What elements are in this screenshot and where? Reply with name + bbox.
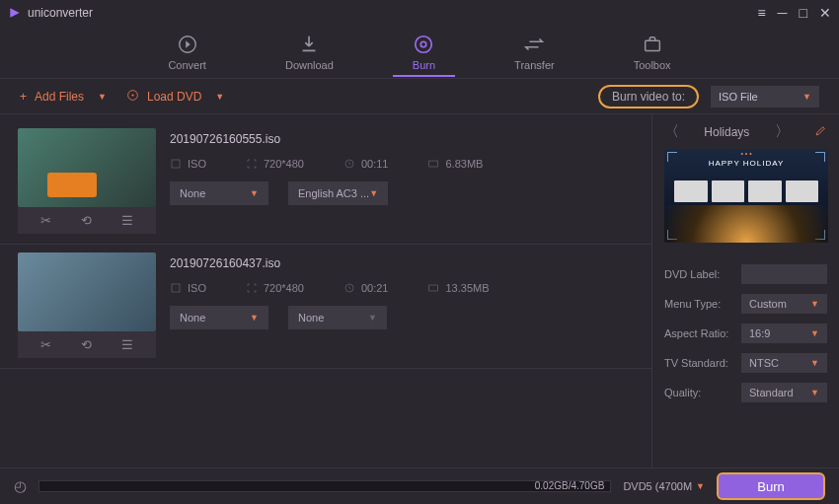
nav-burn[interactable]: Burn <box>403 29 445 76</box>
dvd-label-input[interactable] <box>741 264 827 284</box>
cut-icon[interactable]: ✂ <box>40 337 51 352</box>
svg-point-5 <box>131 94 133 96</box>
footer: ◴ 0.02GB/4.70GB DVD5 (4700M▼ Burn <box>0 468 839 504</box>
tv-standard-label: TV Standard: <box>664 357 733 369</box>
quality-select[interactable]: Standard▼ <box>741 383 827 402</box>
clock-icon[interactable]: ◴ <box>14 477 27 495</box>
thumbnail-tools: ✂ ⟲ ☰ <box>18 207 156 234</box>
capacity-bar: 0.02GB/4.70GB <box>38 480 611 492</box>
burn-to-label: Burn video to: <box>598 85 699 108</box>
app-logo-icon <box>8 6 22 20</box>
thumbnail-tools: ✂ ⟲ ☰ <box>18 331 156 358</box>
nav-download[interactable]: Download <box>275 29 343 76</box>
resolution-label: 720*480 <box>246 282 304 294</box>
format-label: ISO <box>170 282 206 294</box>
template-panel: 〈 Holidays 〉 HAPPY HOLIDAY • • • DVD Lab… <box>651 114 839 468</box>
template-name: Holidays <box>704 125 749 139</box>
toolbox-icon <box>642 34 663 55</box>
svg-point-1 <box>416 36 432 53</box>
audio-select[interactable]: English AC3 ...▼ <box>288 181 388 205</box>
duration-label: 00:21 <box>343 282 389 294</box>
crop-icon[interactable]: ⟲ <box>81 213 92 228</box>
audio-select[interactable]: None▼ <box>288 306 387 329</box>
transfer-icon <box>523 34 545 55</box>
download-icon <box>298 34 320 55</box>
plus-icon: + <box>20 90 27 104</box>
capacity-text: 0.02GB/4.70GB <box>535 480 605 491</box>
top-nav: Convert Download Burn Transfer Toolbox <box>0 25 839 79</box>
disc-icon <box>126 89 139 105</box>
burn-destination-select[interactable]: ISO File ▼ <box>711 86 819 108</box>
convert-icon <box>177 34 198 55</box>
nav-toolbox[interactable]: Toolbox <box>624 29 681 76</box>
size-label: 6.83MB <box>427 158 483 170</box>
chevron-down-icon: ▼ <box>215 92 224 102</box>
settings-icon[interactable]: ☰ <box>121 213 133 228</box>
subtitle-select[interactable]: None▼ <box>170 306 268 329</box>
chevron-down-icon: ▼ <box>98 92 107 102</box>
quality-label: Quality: <box>664 387 733 398</box>
video-thumbnail[interactable] <box>18 252 156 331</box>
file-row: ✂ ⟲ ☰ 20190726160555.iso ISO 720*480 00:… <box>0 120 651 245</box>
close-icon[interactable]: ✕ <box>819 5 831 21</box>
titlebar: uniconverter ≡ ─ □ ✕ <box>0 0 839 25</box>
add-files-button[interactable]: + Add Files ▼ <box>20 90 107 104</box>
menu-type-select[interactable]: Custom▼ <box>741 294 827 314</box>
next-template-button[interactable]: 〉 <box>775 122 790 141</box>
tv-standard-select[interactable]: NTSC▼ <box>741 353 827 373</box>
app-title: uniconverter <box>28 6 93 20</box>
svg-rect-6 <box>172 160 180 168</box>
file-name: 20190726160555.iso <box>170 132 634 146</box>
svg-rect-3 <box>645 40 659 50</box>
subtitle-select[interactable]: None▼ <box>170 181 268 205</box>
file-name: 20190726160437.iso <box>170 256 634 270</box>
format-label: ISO <box>170 158 206 170</box>
disc-type-select[interactable]: DVD5 (4700M▼ <box>623 480 705 492</box>
window-controls: ≡ ─ □ ✕ <box>757 5 831 21</box>
svg-point-2 <box>421 41 427 47</box>
maximize-icon[interactable]: □ <box>800 5 807 21</box>
template-preview[interactable]: HAPPY HOLIDAY • • • <box>664 149 828 243</box>
edit-template-icon[interactable] <box>814 124 827 140</box>
content-area: ✂ ⟲ ☰ 20190726160555.iso ISO 720*480 00:… <box>0 114 839 468</box>
video-thumbnail[interactable] <box>18 128 156 207</box>
minimize-icon[interactable]: ─ <box>778 5 788 21</box>
file-list: ✂ ⟲ ☰ 20190726160555.iso ISO 720*480 00:… <box>0 114 651 468</box>
burn-button[interactable]: Burn <box>717 472 825 500</box>
crop-icon[interactable]: ⟲ <box>81 337 92 352</box>
svg-rect-8 <box>172 284 180 292</box>
nav-transfer[interactable]: Transfer <box>504 29 565 76</box>
load-dvd-button[interactable]: Load DVD ▼ <box>126 89 224 105</box>
prev-template-button[interactable]: 〈 <box>664 122 679 141</box>
toolbar: + Add Files ▼ Load DVD ▼ Burn video to: … <box>0 79 839 114</box>
size-label: 13.35MB <box>427 282 489 294</box>
nav-convert[interactable]: Convert <box>158 29 216 76</box>
duration-label: 00:11 <box>343 158 389 170</box>
file-row: ✂ ⟲ ☰ 20190726160437.iso ISO 720*480 00:… <box>0 245 651 369</box>
aspect-ratio-select[interactable]: 16:9▼ <box>741 324 827 343</box>
chevron-down-icon: ▼ <box>802 92 811 102</box>
burn-icon <box>413 34 434 55</box>
dvd-label-label: DVD Label: <box>664 268 733 280</box>
cut-icon[interactable]: ✂ <box>40 213 51 228</box>
menu-icon[interactable]: ≡ <box>757 5 765 21</box>
aspect-ratio-label: Aspect Ratio: <box>664 327 733 339</box>
menu-type-label: Menu Type: <box>664 298 733 310</box>
resolution-label: 720*480 <box>246 158 304 170</box>
settings-icon[interactable]: ☰ <box>121 337 133 352</box>
